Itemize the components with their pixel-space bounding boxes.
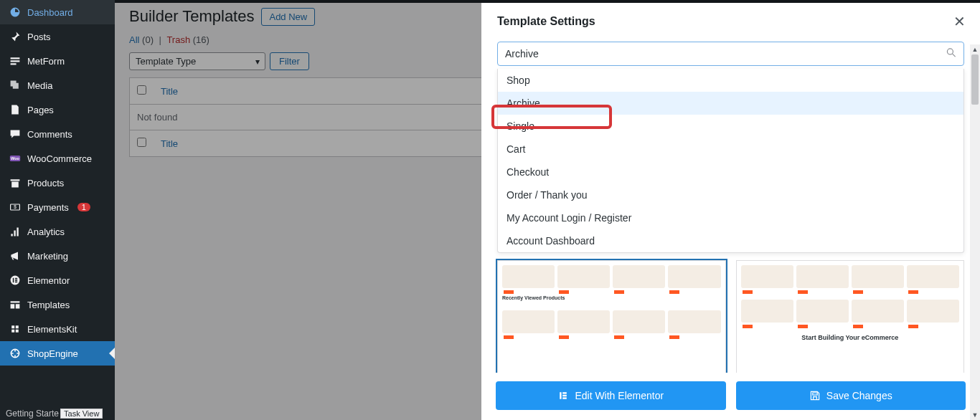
task-view-tag: Task View [60,409,103,419]
edit-with-elementor-button[interactable]: Edit With Elementor [496,381,726,410]
panel-scrollbar[interactable]: ▲ ▼ [970,44,980,420]
save-icon [809,390,821,401]
template-settings-panel: Template Settings ✕ Shop Archive Single … [481,3,980,420]
admin-sidebar: Dashboard Posts MetForm Media Pages Comm… [0,0,115,420]
svg-rect-5 [13,278,14,282]
svg-rect-8 [15,282,17,283]
close-icon: ✕ [953,14,966,29]
preview-text2: Start Building Your eCommerce [737,327,964,344]
sidebar-item-posts[interactable]: Posts [0,24,115,49]
media-icon [9,79,22,92]
sidebar-label: Products [27,178,64,188]
option-shop[interactable]: Shop [498,69,963,92]
sidebar-item-woocommerce[interactable]: Woo WooCommerce [0,146,115,171]
save-changes-button[interactable]: Save Changes [736,381,966,410]
template-card-1[interactable]: Recently Viewed Products [497,260,726,373]
metform-icon [9,54,22,67]
svg-rect-13 [563,392,567,393]
sidebar-label: ElementsKit [27,324,77,335]
elementor-icon [9,274,22,287]
option-order-thankyou[interactable]: Order / Thank you [498,183,963,206]
svg-text:Woo: Woo [11,156,20,161]
option-cart[interactable]: Cart [498,138,963,161]
sidebar-item-payments[interactable]: $ Payments 1 [0,195,115,219]
payments-icon: $ [9,201,22,214]
sidebar-item-elementor[interactable]: Elementor [0,268,115,292]
scrollbar-thumb[interactable] [971,54,979,105]
type-search-input[interactable] [497,42,964,66]
sidebar-label: Comments [27,129,72,140]
sidebar-item-dashboard[interactable]: Dashboard [0,0,115,24]
pin-icon [9,30,22,43]
sidebar-label: Marketing [27,251,68,262]
panel-body: Shop Archive Single Cart Checkout Order … [481,37,980,373]
type-dropdown: Shop Archive Single Cart Checkout Order … [497,69,964,253]
sidebar-item-pages[interactable]: Pages [0,97,115,122]
panel-title: Template Settings [497,15,595,28]
sidebar-item-products[interactable]: Products [0,171,115,195]
elementskit-icon [9,323,22,335]
close-button[interactable]: ✕ [953,13,966,30]
woo-icon: Woo [9,152,22,165]
template-card-2[interactable]: Start Building Your eCommerce [736,260,965,373]
sidebar-item-media[interactable]: Media [0,73,115,97]
svg-rect-7 [15,280,17,281]
sidebar-label: Posts [27,32,51,42]
type-search-wrap [497,42,964,66]
sidebar-label: Analytics [27,226,65,237]
svg-rect-12 [560,392,562,399]
svg-point-10 [947,49,953,54]
sidebar-item-metform[interactable]: MetForm [0,49,115,73]
option-archive[interactable]: Archive [498,92,963,115]
sidebar-item-comments[interactable]: Comments [0,122,115,146]
template-previews: Recently Viewed Products Start Building … [496,260,966,373]
option-account-dashboard[interactable]: Account Dashboard [498,229,963,252]
shopengine-icon [9,347,22,360]
elementor-edit-icon [557,390,569,401]
option-single[interactable]: Single [498,115,963,138]
sidebar-item-templates[interactable]: Templates [0,292,115,317]
dashboard-icon [9,6,22,19]
marketing-icon [9,249,22,262]
sidebar-item-shopengine[interactable]: ShopEngine [0,341,115,366]
pages-icon [9,103,22,116]
sidebar-item-marketing[interactable]: Marketing [0,244,115,268]
products-icon [9,176,22,189]
sidebar-label: Elementor [27,275,70,286]
sidebar-label: MetForm [27,56,65,67]
svg-text:$: $ [14,204,17,209]
getting-started[interactable]: Getting StarteTask View [0,407,115,420]
scroll-down-icon[interactable]: ▼ [970,410,980,420]
panel-footer: Edit With Elementor Save Changes [481,373,980,420]
scroll-up-icon[interactable]: ▲ [970,44,980,54]
sidebar-label: Payments [27,202,69,213]
templates-icon [9,298,22,311]
search-icon [946,47,957,61]
sidebar-label: Dashboard [27,7,73,18]
svg-rect-6 [15,278,17,280]
sidebar-label: ShopEngine [27,348,78,359]
sidebar-label: WooCommerce [27,153,92,164]
svg-rect-15 [563,397,567,398]
analytics-icon [9,225,22,238]
svg-rect-14 [563,395,567,396]
panel-header: Template Settings ✕ [481,3,980,37]
comments-icon [9,128,22,140]
sidebar-label: Media [27,80,52,91]
sidebar-label: Templates [27,300,70,310]
payments-badge: 1 [77,203,90,211]
svg-line-11 [953,54,956,57]
sidebar-item-analytics[interactable]: Analytics [0,219,115,244]
sidebar-label: Pages [27,105,54,115]
preview-text: Recently Viewed Products [498,292,725,303]
sidebar-item-elementskit[interactable]: ElementsKit [0,317,115,341]
option-account-login[interactable]: My Account Login / Register [498,206,963,229]
option-checkout[interactable]: Checkout [498,161,963,183]
